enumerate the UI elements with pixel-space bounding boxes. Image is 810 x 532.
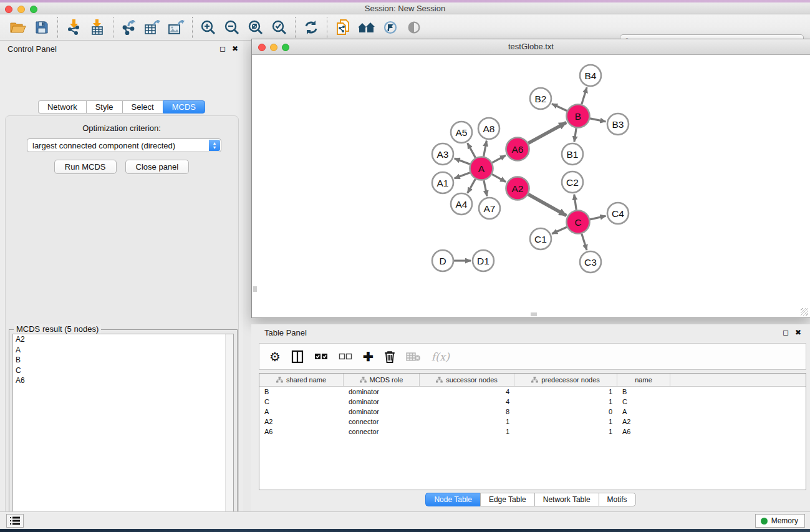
table-row[interactable]: A2connector11A2	[259, 417, 806, 427]
graph-node-A4[interactable]: A4	[451, 193, 472, 215]
table-row[interactable]: Cdominator41C	[259, 397, 806, 407]
memory-button[interactable]: Memory	[755, 514, 805, 528]
edge-C-C2[interactable]	[574, 195, 576, 210]
cell-MCDS-role[interactable]: dominator	[344, 407, 420, 417]
save-session-icon[interactable]	[30, 17, 54, 38]
edge-C-C3[interactable]	[582, 234, 587, 250]
delete-column-icon[interactable]	[384, 350, 395, 364]
open-file-icon[interactable]	[6, 17, 30, 38]
cell-successor-nodes[interactable]: 4	[420, 387, 514, 397]
float-panel-icon[interactable]: ◻	[219, 44, 226, 53]
network-window-titlebar[interactable]: testGlobe.txt	[252, 39, 810, 55]
delete-table-icon[interactable]	[406, 352, 421, 362]
node-table[interactable]: shared nameMCDS rolesuccessor nodesprede…	[259, 373, 806, 490]
result-list-scrollbar[interactable]	[225, 334, 233, 532]
graph-node-A2[interactable]: A2	[506, 177, 529, 200]
graph-node-D1[interactable]: D1	[473, 250, 494, 271]
close-table-panel-icon[interactable]: ✖	[795, 328, 801, 337]
result-list-item[interactable]: C	[13, 365, 233, 376]
export-table-icon[interactable]	[141, 17, 165, 38]
export-image-icon[interactable]	[165, 17, 188, 38]
table-options-gear-icon[interactable]: ⚙	[269, 349, 281, 364]
network-graph[interactable]: B4B2BB3B1A5A8A6A3AA1A2C2A4A7CC1C4C3DD1	[253, 56, 810, 318]
graph-node-B2[interactable]: B2	[530, 88, 551, 109]
cell-name[interactable]: A6	[617, 427, 670, 437]
cell-predecessor-nodes[interactable]: 1	[514, 387, 617, 397]
window-resize-grip[interactable]	[801, 308, 808, 316]
table-row[interactable]: Adominator80A	[259, 407, 806, 417]
close-panel-icon[interactable]: ✖	[232, 44, 238, 53]
tab-network-table[interactable]: Network Table	[534, 493, 599, 506]
edge-A-A2[interactable]	[492, 174, 506, 181]
network-canvas[interactable]: B4B2BB3B1A5A8A6A3AA1A2C2A4A7CC1C4C3DD1	[253, 56, 809, 316]
tab-node-table[interactable]: Node Table	[425, 493, 480, 506]
result-list-item[interactable]: A	[13, 345, 233, 355]
edge-B-B4[interactable]	[582, 87, 587, 104]
graph-node-B1[interactable]: B1	[562, 143, 583, 165]
column-header-shared-name[interactable]: shared name	[259, 374, 344, 386]
graph-node-A5[interactable]: A5	[451, 122, 472, 143]
table-header-row[interactable]: shared nameMCDS rolesuccessor nodesprede…	[259, 374, 806, 387]
cell-shared-name[interactable]: A	[259, 407, 344, 417]
cell-name[interactable]: B	[617, 387, 670, 397]
tab-style[interactable]: Style	[86, 100, 122, 114]
graph-node-A3[interactable]: A3	[432, 143, 453, 165]
add-column-icon[interactable]: ✚	[363, 349, 374, 364]
zoom-fit-icon[interactable]	[244, 17, 268, 38]
graph-node-A8[interactable]: A8	[478, 118, 499, 139]
graph-node-C1[interactable]: C1	[530, 228, 551, 249]
home-icon[interactable]	[355, 17, 378, 38]
column-header-name[interactable]: name	[617, 374, 670, 386]
network-view-window[interactable]: testGlobe.txt B4B2BB3B1A5A8A6A3AA1A2C2A4…	[251, 39, 810, 318]
graph-node-C3[interactable]: C3	[580, 251, 601, 273]
run-mcds-button[interactable]: Run MCDS	[54, 160, 117, 174]
edge-B-B3[interactable]	[590, 118, 605, 122]
graph-node-D[interactable]: D	[432, 250, 453, 271]
cell-shared-name[interactable]: C	[259, 397, 344, 407]
column-header-predecessor-nodes[interactable]: predecessor nodes	[514, 374, 617, 386]
tab-motifs[interactable]: Motifs	[599, 493, 636, 506]
refresh-icon[interactable]	[299, 17, 323, 38]
zoom-in-icon[interactable]	[196, 17, 220, 38]
zoom-selected-icon[interactable]	[268, 17, 291, 38]
cell-predecessor-nodes[interactable]: 0	[514, 407, 617, 417]
canvas-left-scroll-nub[interactable]	[253, 286, 257, 292]
graph-node-A1[interactable]: A1	[432, 172, 453, 193]
task-history-button[interactable]	[6, 514, 24, 528]
graph-node-B[interactable]: B	[567, 105, 590, 128]
graph-node-B4[interactable]: B4	[580, 65, 601, 86]
edge-A-A5[interactable]	[468, 143, 476, 158]
edge-A-A4[interactable]	[468, 179, 476, 193]
graph-node-C4[interactable]: C4	[607, 203, 629, 224]
graph-node-A6[interactable]: A6	[506, 138, 529, 161]
column-header-MCDS-role[interactable]: MCDS role	[344, 374, 420, 386]
graph-node-B3[interactable]: B3	[607, 114, 629, 135]
edge-A6-B[interactable]	[528, 122, 566, 143]
cell-shared-name[interactable]: B	[259, 387, 344, 397]
show-graphics-details-icon[interactable]	[402, 17, 426, 38]
select-all-icon[interactable]	[314, 353, 328, 360]
edge-A-A1[interactable]	[455, 173, 470, 178]
result-list-item[interactable]: B	[13, 355, 233, 365]
edge-A-A8[interactable]	[484, 141, 487, 157]
canvas-bottom-scroll-nub[interactable]	[531, 312, 537, 316]
edge-A-A7[interactable]	[484, 180, 487, 196]
deselect-all-icon[interactable]	[339, 353, 352, 360]
cell-MCDS-role[interactable]: dominator	[344, 387, 420, 397]
result-list-item[interactable]: A6	[13, 375, 233, 386]
cell-successor-nodes[interactable]: 8	[420, 407, 514, 417]
function-builder-icon[interactable]: f(x)	[432, 351, 450, 363]
zoom-out-icon[interactable]	[220, 17, 244, 38]
tab-network[interactable]: Network	[38, 100, 86, 114]
cell-successor-nodes[interactable]: 1	[420, 427, 514, 437]
graph-node-C2[interactable]: C2	[562, 172, 583, 193]
graph-node-A7[interactable]: A7	[479, 198, 500, 219]
mcds-result-list[interactable]: A2ABCA6	[12, 334, 234, 532]
close-panel-button[interactable]: Close panel	[125, 160, 190, 174]
criterion-dropdown[interactable]: largest connected component (directed) ▲…	[27, 138, 221, 152]
show-column-icon[interactable]	[291, 350, 304, 364]
edge-A-A6[interactable]	[492, 155, 506, 163]
cell-predecessor-nodes[interactable]: 1	[514, 397, 617, 407]
cell-predecessor-nodes[interactable]: 1	[514, 417, 617, 427]
import-table-icon[interactable]	[85, 17, 109, 38]
